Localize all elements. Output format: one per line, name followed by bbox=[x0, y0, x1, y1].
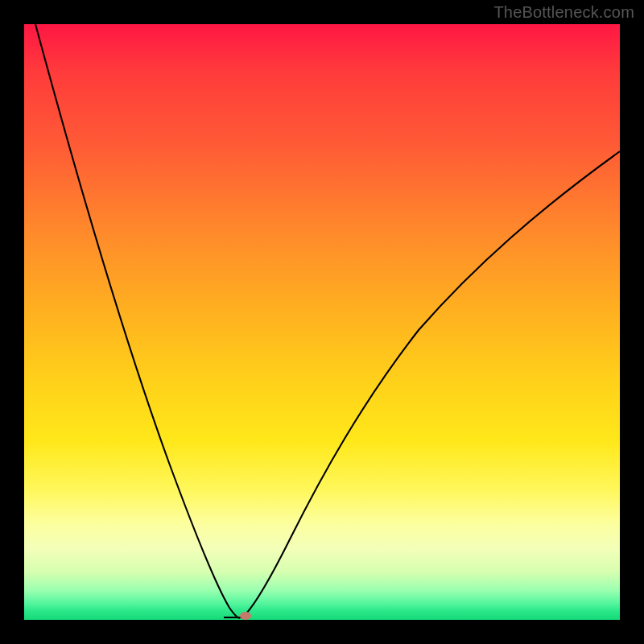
plot-area bbox=[24, 24, 620, 620]
optimal-point-marker bbox=[240, 612, 251, 620]
chart-stage: TheBottleneck.com bbox=[0, 0, 644, 644]
watermark-text: TheBottleneck.com bbox=[493, 3, 634, 22]
marker-layer bbox=[24, 24, 620, 620]
